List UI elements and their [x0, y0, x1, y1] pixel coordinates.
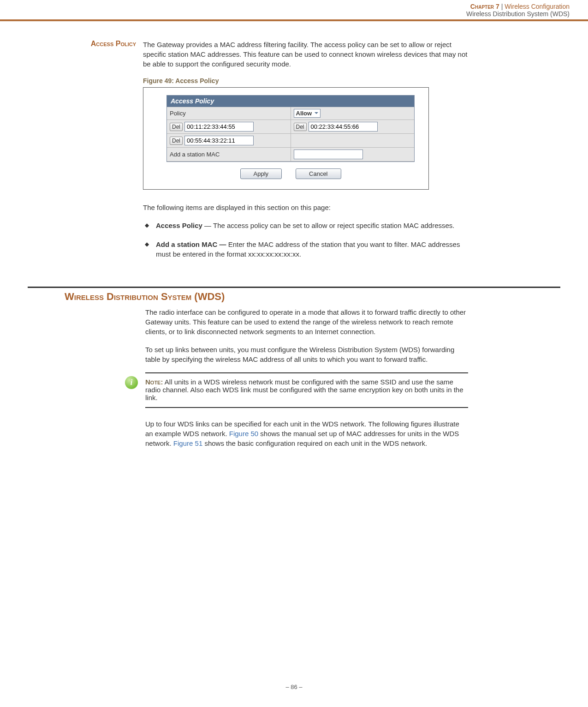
note-label: Note:: [145, 378, 163, 386]
chapter-subtitle: Wireless Distribution System (WDS): [0, 10, 570, 18]
bullet-add-mac: Add a station MAC — Enter the MAC addres…: [143, 240, 468, 259]
wds-p2: To set up links between units, you must …: [145, 345, 468, 364]
note-block: i Note: All units in a WDS wireless netw…: [145, 372, 468, 408]
delete-button-1[interactable]: Del: [170, 123, 183, 131]
empty-cell: [291, 134, 415, 147]
add-mac-label: Add a station MAC: [167, 148, 291, 161]
delete-button-3[interactable]: Del: [170, 137, 183, 145]
chapter-title: Wireless Configuration: [505, 3, 570, 10]
delete-button-2[interactable]: Del: [294, 123, 307, 131]
side-heading-access-policy: Access Policy: [28, 40, 143, 268]
mac-input-3[interactable]: [184, 136, 254, 145]
mac-input-2[interactable]: [309, 122, 378, 132]
figure-50-xref[interactable]: Figure 50: [229, 430, 258, 437]
add-mac-input[interactable]: [294, 150, 363, 159]
policy-label-cell: Policy: [167, 107, 291, 120]
page-number: – 86 –: [0, 683, 588, 690]
note-body: All units in a WDS wireless network must…: [145, 378, 463, 401]
figure-49-box: Access Policy Policy Allow Del: [143, 87, 429, 190]
bullet-access-policy: Access Policy — The access policy can be…: [143, 221, 468, 230]
bullet-1-rest: — The access policy can be set to allow …: [202, 222, 455, 229]
wds-p1: The radio interface can be configured to…: [145, 307, 468, 336]
page-header: Chapter 7 | Wireless Configuration Wirel…: [0, 0, 588, 21]
figure-51-xref[interactable]: Figure 51: [173, 439, 202, 447]
info-icon: i: [125, 376, 138, 389]
bullet-2-bold: Add a station MAC —: [156, 240, 226, 248]
policy-select[interactable]: Allow: [294, 109, 321, 118]
bullet-1-bold: Access Policy: [156, 222, 202, 229]
mac-input-1[interactable]: [184, 122, 254, 132]
access-policy-panel: Access Policy Policy Allow Del: [166, 95, 415, 162]
wds-heading: Wireless Distribution System (WDS): [65, 291, 560, 303]
section-rule: [28, 287, 560, 288]
wds-p3: Up to four WDS links can be specified fo…: [145, 419, 468, 448]
header-separator: |: [501, 3, 503, 10]
wds-p3c: shows the basic configuration required o…: [202, 439, 427, 447]
items-lead: The following items are displayed in thi…: [143, 203, 468, 212]
cancel-button[interactable]: Cancel: [296, 168, 341, 179]
figure-49-caption: Figure 49: Access Policy: [143, 77, 468, 84]
chapter-label: Chapter 7: [470, 3, 499, 10]
policy-select-cell: Allow: [291, 107, 415, 120]
panel-title: Access Policy: [167, 96, 414, 107]
access-policy-intro: The Gateway provides a MAC address filte…: [143, 40, 468, 69]
bullet-list: Access Policy — The access policy can be…: [143, 221, 468, 259]
apply-button[interactable]: Apply: [240, 168, 282, 179]
